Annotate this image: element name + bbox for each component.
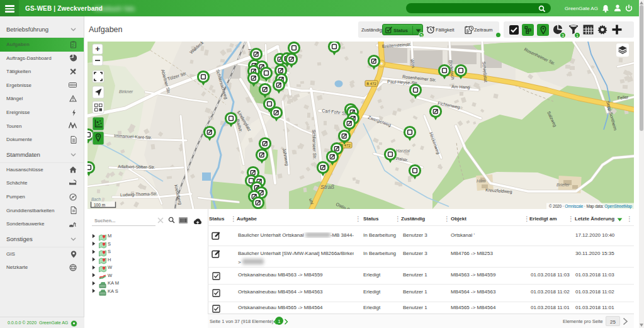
svg-text:B 472: B 472	[366, 82, 376, 86]
svg-text:© 2020 · Omniscale · Map data:: © 2020 · Omniscale · Map data: OpenStree…	[549, 204, 632, 209]
svg-text:Hilm: Hilm	[477, 179, 485, 183]
svg-text:Briefer: Briefer	[556, 183, 570, 187]
svg-text:+: +	[95, 44, 100, 54]
svg-text:Adalbert-Stifter-Str.: Adalbert-Stifter-Str.	[118, 164, 155, 169]
svg-text:Harztal: Harztal	[396, 149, 410, 153]
svg-text:100 m: 100 m	[94, 203, 105, 207]
svg-text:Bach: Bach	[91, 197, 101, 201]
svg-text:Straß: Straß	[320, 184, 335, 190]
svg-text:Birkner: Birkner	[119, 89, 133, 94]
